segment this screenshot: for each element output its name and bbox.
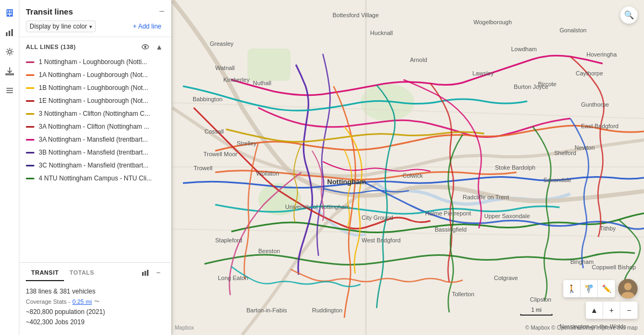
tab-header: TRANSIT TOTALS − bbox=[19, 263, 171, 282]
search-button[interactable]: 🔍 bbox=[620, 6, 638, 24]
map-place-label: Watnall bbox=[215, 65, 235, 71]
coverage-row: Coverage Stats - 0.25 mi 〜 bbox=[26, 298, 165, 305]
map-place-label: West Bridgford bbox=[362, 237, 401, 243]
zoom-in-button[interactable]: + bbox=[603, 302, 620, 319]
map-place-label: Caythorpe bbox=[576, 70, 603, 76]
nav-settings[interactable] bbox=[1, 43, 18, 60]
lines-list[interactable]: 1 Nottingham - Loughborough (Notti...1A … bbox=[19, 54, 171, 262]
list-item[interactable]: 1A Nottingham - Loughborough (Not... bbox=[19, 68, 171, 81]
tab-content: 138 lines & 381 vehicles Coverage Stats … bbox=[19, 282, 171, 335]
nav-menu[interactable] bbox=[1, 82, 18, 99]
panel: Transit lines − Display by line color ▾ … bbox=[19, 0, 171, 335]
chevron-down-icon: ▾ bbox=[89, 24, 92, 30]
map-place-label: Bingham bbox=[570, 259, 593, 265]
coverage-label: Coverage Stats - bbox=[26, 298, 70, 305]
panel-title-row: Transit lines − bbox=[26, 6, 165, 16]
stat-jobs: ~402,300 Jobs 2019 bbox=[26, 318, 165, 326]
person-icon-button[interactable]: 🚶 bbox=[563, 280, 581, 297]
line-color-indicator bbox=[26, 139, 34, 141]
nav-chart[interactable] bbox=[1, 24, 18, 41]
svg-point-13 bbox=[10, 15, 12, 16]
svg-rect-23 bbox=[142, 272, 144, 276]
map-place-label: City Ground bbox=[362, 214, 393, 221]
map-place-label: Newton bbox=[575, 144, 595, 151]
map-person-controls: 🚶 🚏 ✏️ bbox=[563, 280, 615, 297]
scale-label: 1 mi bbox=[532, 307, 542, 313]
map-place-label: Shelford bbox=[554, 150, 576, 156]
line-name-label: 4 NTU Nottingham Campus - NTU Cli... bbox=[39, 175, 152, 182]
map-place-label: Stapleford bbox=[215, 237, 242, 243]
list-item[interactable]: 1E Nottingham - Loughborough (Not... bbox=[19, 94, 171, 107]
line-color-indicator bbox=[26, 126, 34, 128]
nav-transit[interactable] bbox=[1, 4, 18, 22]
tab-transit[interactable]: TRANSIT bbox=[26, 265, 64, 281]
map-controls-bottom: 🚶 🚏 ✏️ ▲ + − bbox=[563, 279, 638, 319]
tab-minimize-button[interactable]: − bbox=[152, 266, 165, 279]
line-color-indicator bbox=[26, 74, 34, 76]
line-name-label: 3 Nottingham - Clifton (Nottingham C... bbox=[39, 110, 150, 117]
visibility-toggle-button[interactable] bbox=[140, 41, 151, 52]
line-name-label: 1A Nottingham - Loughborough (Not... bbox=[39, 71, 148, 79]
list-item[interactable]: 3 Nottingham - Clifton (Nottingham C... bbox=[19, 107, 171, 120]
line-name-label: 1B Nottingham - Loughborough (Not... bbox=[39, 84, 148, 92]
map-place-label: Hucknall bbox=[370, 30, 393, 36]
line-color-indicator bbox=[26, 152, 34, 153]
collapse-button[interactable]: ▲ bbox=[154, 41, 165, 52]
list-item[interactable]: 4 NTU Nottingham Campus - NTU Cli... bbox=[19, 172, 171, 185]
transit-stop-button[interactable]: 🚏 bbox=[581, 280, 598, 297]
zoom-out-button[interactable]: − bbox=[620, 302, 638, 319]
map-place-label: Trowell bbox=[194, 165, 213, 171]
mapbox-logo: Mapbox bbox=[175, 325, 194, 331]
list-item[interactable]: 3A Nottingham - Clifton (Nottingham ... bbox=[19, 120, 171, 133]
display-by-button[interactable]: Display by line color ▾ bbox=[26, 20, 96, 32]
add-line-button[interactable]: + Add line bbox=[130, 21, 165, 32]
list-item[interactable]: 3A Nottingham - Mansfield (trentbart... bbox=[19, 133, 171, 146]
scale-bar: 1 mi bbox=[520, 307, 553, 316]
line-color-indicator bbox=[26, 61, 34, 63]
avatar-button[interactable] bbox=[618, 279, 638, 298]
map-place-label: Saxondale bbox=[543, 177, 571, 183]
all-lines-label: ALL LINES (138) bbox=[26, 44, 76, 50]
line-color-indicator bbox=[26, 87, 34, 89]
map-place-label: Babbington bbox=[193, 96, 223, 102]
edit-button[interactable]: ✏️ bbox=[598, 280, 615, 297]
list-item[interactable]: 1B Nottingham - Loughborough (Not... bbox=[19, 81, 171, 94]
map-place-label: Tollerton bbox=[452, 291, 475, 297]
map-place-label: Nuthall bbox=[253, 80, 271, 86]
svg-point-2 bbox=[360, 83, 414, 121]
list-item[interactable]: 3B Nottingham - Mansfield (trentbart... bbox=[19, 146, 171, 159]
map-place-label: Beeston bbox=[258, 248, 280, 254]
nav-download[interactable] bbox=[1, 62, 18, 80]
line-name-label: 3C Nottingham - Mansfield (trentbart... bbox=[39, 162, 148, 169]
line-name-label: 3A Nottingham - Mansfield (trentbart... bbox=[39, 136, 148, 143]
map-place-label: Tithby bbox=[600, 225, 616, 232]
all-lines-row: ALL LINES (138) ▲ bbox=[19, 37, 171, 54]
display-by-label: Display by line color bbox=[30, 23, 87, 30]
map-place-label: Hoveringha bbox=[586, 51, 617, 58]
line-name-label: 3A Nottingham - Clifton (Nottingham ... bbox=[39, 123, 149, 130]
line-name-label: 1E Nottingham - Loughborough (Not... bbox=[39, 97, 148, 104]
line-color-indicator bbox=[26, 113, 34, 115]
tab-totals[interactable]: TOTALS bbox=[64, 265, 100, 281]
list-item[interactable]: 3C Nottingham - Mansfield (trentbart... bbox=[19, 159, 171, 172]
map-place-label: Bassingfield bbox=[435, 226, 466, 233]
map-place-label: Upper Saxondale bbox=[484, 213, 530, 219]
coverage-value[interactable]: 0.25 mi bbox=[73, 298, 92, 305]
map-place-label: Strelley bbox=[237, 140, 257, 146]
map-place-label: Lowdham bbox=[511, 46, 537, 52]
map-place-label: Gunthorpe bbox=[581, 101, 609, 108]
panel-minimize-button[interactable]: − bbox=[159, 6, 165, 16]
map-place-label: Wollaton bbox=[256, 170, 279, 177]
map-place-label: Barton-in-Fabis bbox=[246, 307, 287, 313]
map-nav-controls: ▲ + − bbox=[586, 302, 638, 319]
line-color-indicator bbox=[26, 165, 34, 166]
compass-button[interactable]: ▲ bbox=[586, 302, 603, 319]
svg-rect-3 bbox=[247, 48, 291, 81]
map-attribution[interactable]: © Mapbox © OpenStreetMap Improve this ma… bbox=[525, 325, 638, 331]
svg-point-12 bbox=[8, 15, 9, 16]
tab-chart-button[interactable] bbox=[139, 266, 152, 279]
svg-rect-24 bbox=[145, 271, 146, 276]
map-place-label: Trowell Moor bbox=[203, 151, 237, 157]
list-item[interactable]: 1 Nottingham - Loughborough (Notti... bbox=[19, 55, 171, 68]
map-place-label: Radcliffe on Trent bbox=[463, 194, 509, 200]
